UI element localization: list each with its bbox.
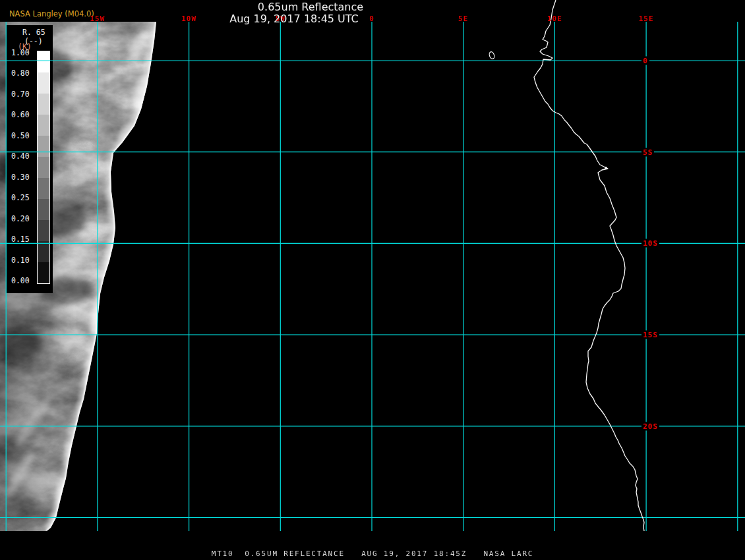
- lat-label-15S: 15S: [641, 331, 659, 339]
- lon-label-5E: 5E: [458, 14, 468, 23]
- latlon-gridlines: [0, 22, 745, 531]
- lat-label-5S: 5S: [641, 148, 654, 156]
- coastline-group: [489, 0, 644, 531]
- coastline: [534, 0, 644, 531]
- island-outline: [489, 51, 495, 60]
- satellite-image-viewer: R. 65 (--) (K) 1.000.800.700.600.500.400…: [0, 0, 745, 560]
- status-text: MT10 0.65UM REFLECTANCE AUG 19, 2017 18:…: [0, 549, 745, 558]
- lat-label-10S: 10S: [641, 239, 659, 248]
- lon-label-0: 0: [369, 14, 374, 23]
- grid-coastline-layer: [0, 0, 745, 560]
- lon-label-15E: 15E: [639, 14, 654, 23]
- lat-label-20S: 20S: [641, 422, 659, 430]
- lon-label-10W: 10W: [181, 14, 196, 23]
- page-title: 0.65um Reflectance: [258, 1, 363, 13]
- timestamp-subtitle: Aug 19, 2017 18:45 UTC: [229, 13, 359, 25]
- lat-label-0: 0: [641, 57, 649, 65]
- river-mouth-dot: [605, 167, 607, 169]
- lon-label-15W: 15W: [90, 14, 105, 23]
- lon-label-10E: 10E: [547, 14, 562, 23]
